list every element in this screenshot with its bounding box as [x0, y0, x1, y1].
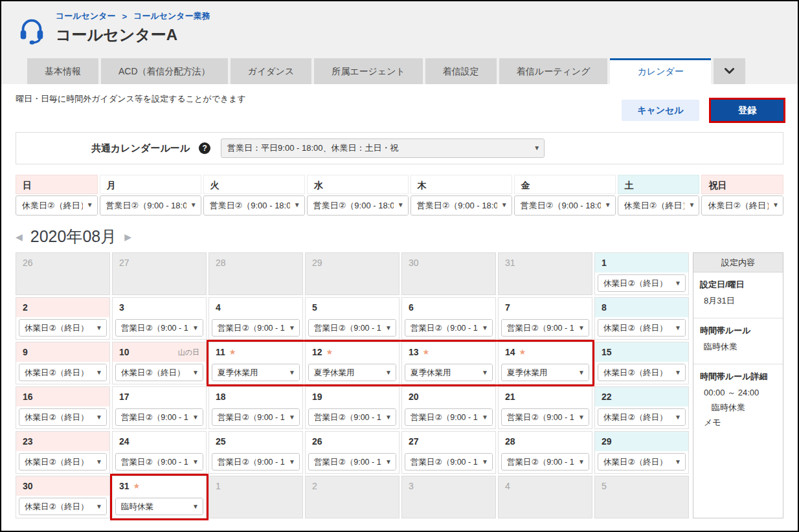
day-cell: 11 ★ 夏季休業用 ▼ [208, 342, 303, 384]
tab[interactable]: カレンダー [610, 58, 710, 84]
dropdown-arrow-icon: ▼ [478, 320, 492, 336]
tab[interactable]: ガイダンス [231, 58, 312, 84]
app-window: コールセンター > コールセンター業務 コールセンターA 基本情報 ACD（着信… [0, 0, 799, 532]
day-header: 19 [306, 387, 399, 406]
weekday-rule-select[interactable]: 営業日②（9:00 - 18:00） ▼ [203, 195, 305, 216]
day-number: 27 [409, 436, 419, 447]
day-rule-select[interactable]: 営業日②（9:00 - 18:00） ▼ [308, 319, 396, 337]
day-cell: 16 休業日②（終日） ▼ [16, 386, 110, 429]
settings-panel: 設定内容 設定日/曜日 8月31日 時間帯ルール 臨時休業 時間帯ルール詳細 0… [693, 252, 783, 518]
day-rule-select[interactable]: 夏季休業用 ▼ [405, 364, 493, 381]
day-cell: 6 営業日②（9:00 - 18:00） ▼ [401, 297, 496, 340]
weekday-label: 土 [618, 175, 700, 194]
header: コールセンター > コールセンター業務 コールセンターA 基本情報 ACD（着信… [1, 1, 798, 84]
help-icon[interactable]: ? [199, 142, 210, 154]
day-rule-select[interactable]: 夏季休業用 ▼ [501, 364, 589, 381]
day-rule-select[interactable]: 休業日②（終日） ▼ [19, 408, 107, 426]
next-month-button[interactable]: ▶ [124, 232, 131, 242]
dropdown-arrow-icon: ▼ [671, 275, 685, 291]
day-rule-select[interactable]: 休業日②（終日） ▼ [598, 408, 686, 426]
tab[interactable]: 着信ルーティング [499, 58, 608, 84]
weekday-rule-select[interactable]: 営業日②（9:00 - 18:00） ▼ [514, 195, 616, 216]
day-rule-select[interactable]: 休業日②（終日） ▼ [598, 364, 686, 381]
day-rule-select[interactable]: 営業日②（9:00 - 18:00） ▼ [115, 408, 203, 426]
weekday-rule-select[interactable]: 営業日②（9:00 - 18:00） ▼ [307, 195, 409, 216]
dropdown-arrow-icon: ▼ [601, 196, 615, 215]
dropdown-arrow-icon: ▼ [83, 196, 97, 215]
day-cell: 29 休業日②（終日） ▼ [594, 431, 689, 474]
weekday-label: 金 [514, 175, 616, 194]
prev-month-button[interactable]: ◀ [16, 232, 23, 242]
breadcrumb-link-operations[interactable]: コールセンター業務 [133, 10, 210, 22]
calendar-area: 26 27 28 29 30 [16, 252, 783, 518]
day-number: 3 [119, 302, 124, 313]
tab[interactable]: 基本情報 [27, 58, 98, 84]
day-cell: 21 営業日②（9:00 - 18:00） ▼ [498, 386, 592, 429]
day-rule-select[interactable]: 営業日②（9:00 - 18:00） ▼ [115, 453, 203, 471]
day-rule-select[interactable]: 営業日②（9:00 - 18:00） ▼ [501, 319, 589, 337]
dropdown-arrow-icon: ▼ [574, 454, 589, 470]
day-cell: 26 営業日②（9:00 - 18:00） ▼ [305, 431, 400, 474]
dropdown-arrow-icon: ▼ [478, 409, 492, 425]
day-rule-select[interactable]: 休業日②（終日） ▼ [19, 364, 107, 381]
day-number: 1 [602, 258, 607, 268]
day-number: 2 [312, 481, 317, 491]
day-header: 3 [113, 298, 206, 317]
weekday-rule-select[interactable]: 営業日②（9:00 - 18:00） ▼ [411, 195, 512, 216]
day-rule-select[interactable]: 休業日②（終日） ▼ [598, 274, 686, 292]
day-rule-select[interactable]: 営業日②（9:00 - 18:00） ▼ [308, 453, 396, 471]
day-rule-select[interactable]: 臨時休業 ▼ [115, 498, 203, 515]
day-header: 20 [402, 387, 495, 406]
tab[interactable]: 所属エージェント [314, 58, 423, 84]
day-rule-select[interactable]: 営業日②（9:00 - 18:00） ▼ [212, 319, 300, 337]
day-rule-select[interactable]: 営業日②（9:00 - 18:00） ▼ [405, 408, 493, 426]
day-rule-select[interactable]: 営業日②（9:00 - 18:00） ▼ [115, 319, 203, 337]
tab[interactable]: ACD（着信分配方法） [101, 58, 228, 84]
day-rule-select[interactable]: 休業日②（終日） ▼ [19, 453, 107, 471]
cancel-button[interactable]: キャンセル [622, 100, 699, 121]
day-rule-select[interactable]: 夏季休業用 ▼ [212, 364, 300, 381]
day-rule-select[interactable]: 休業日②（終日） ▼ [598, 319, 686, 337]
day-number: 11 [216, 347, 225, 357]
day-header: 18 [209, 387, 302, 406]
day-header: 6 [402, 298, 495, 317]
day-rule-select[interactable]: 営業日②（9:00 - 18:00） ▼ [212, 408, 300, 426]
day-header: 26 [306, 432, 399, 451]
day-rule-select[interactable]: 営業日②（9:00 - 18:00） ▼ [212, 453, 300, 471]
day-header: 31 [499, 253, 592, 272]
day-cell: 10 山の日 休業日②（終日） ▼ [112, 342, 207, 384]
register-button[interactable]: 登録 [711, 100, 783, 121]
day-header: 5 [595, 476, 688, 496]
day-rule-select[interactable]: 営業日②（9:00 - 18:00） ▼ [501, 408, 589, 426]
day-rule-select[interactable]: 休業日②（終日） ▼ [598, 453, 686, 471]
weekday-rule-select[interactable]: 休業日②（終日） ▼ [618, 195, 700, 216]
tab[interactable]: 着信設定 [425, 58, 497, 84]
day-rule-select[interactable]: 休業日②（終日） ▼ [19, 319, 107, 337]
tab-label: カレンダー [637, 66, 683, 76]
more-tabs-button[interactable] [714, 58, 745, 84]
day-rule-select[interactable]: 営業日②（9:00 - 18:00） ▼ [405, 319, 493, 337]
day-cell: 7 営業日②（9:00 - 18:00） ▼ [498, 297, 592, 340]
day-rule-select[interactable]: 夏季休業用 ▼ [308, 364, 396, 381]
weekday-label: 火 [203, 175, 305, 194]
common-rule-select[interactable]: 営業日：平日9:00 - 18:00、休業日：土日・祝 ▼ [221, 139, 545, 158]
day-rule-select[interactable]: 営業日②（9:00 - 18:00） ▼ [308, 408, 396, 426]
day-rule-select[interactable]: 休業日②（終日） ▼ [115, 364, 203, 381]
breadcrumb-link-callcenter[interactable]: コールセンター [56, 10, 116, 22]
day-header: 27 [402, 432, 495, 451]
day-cell: 29 [305, 252, 400, 295]
day-number: 28 [505, 436, 515, 447]
weekday-rule-select[interactable]: 営業日②（9:00 - 18:00） ▼ [100, 195, 201, 216]
dropdown-arrow-icon: ▼ [285, 409, 299, 425]
day-number: 5 [602, 481, 607, 491]
dropdown-arrow-icon: ▼ [290, 196, 304, 215]
weekday-rule-select[interactable]: 休業日②（終日） ▼ [16, 195, 98, 216]
weekday-rule-select[interactable]: 休業日②（終日） ▼ [701, 195, 783, 216]
dropdown-arrow-icon: ▼ [394, 196, 408, 215]
settings-section: 設定日/曜日 8月31日 [693, 272, 783, 318]
day-rule-select[interactable]: 営業日②（9:00 - 18:00） ▼ [405, 453, 493, 471]
day-rule-select[interactable]: 休業日②（終日） ▼ [19, 498, 107, 515]
day-cell: 5 [594, 476, 689, 518]
day-rule-select[interactable]: 営業日②（9:00 - 18:00） ▼ [501, 453, 589, 471]
weekday-label: 木 [411, 175, 512, 194]
